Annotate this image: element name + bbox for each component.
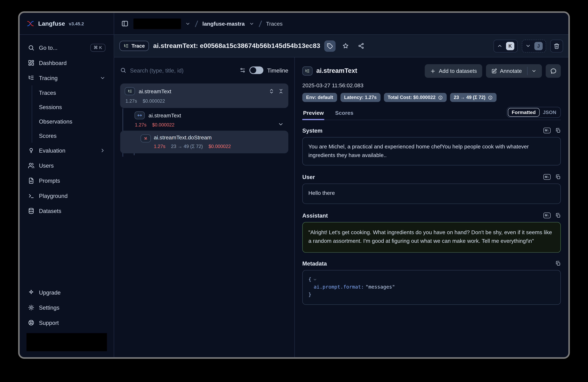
sidebar-item-label: Scores <box>39 132 57 139</box>
chevron-down-icon[interactable] <box>278 121 284 127</box>
sidebar: Langfuse v3.45.2 Go to... ⌘ K Dashboard <box>20 13 114 357</box>
breadcrumb-divider <box>258 20 262 27</box>
sidebar-item-dashboard[interactable]: Dashboard <box>24 55 109 70</box>
search-icon <box>28 44 34 51</box>
tree-node-root[interactable]: ai.streamText 1.27s <box>120 83 289 108</box>
tree-node-label: ai.streamText.doStream <box>154 134 211 141</box>
tab-preview[interactable]: Preview <box>302 110 325 120</box>
sidebar-item-datasets[interactable]: Datasets <box>24 203 109 218</box>
expand-all-icon[interactable] <box>269 88 274 94</box>
sidebar-item-prompts[interactable]: Prompts <box>24 173 109 188</box>
sidebar-item-upgrade[interactable]: Upgrade <box>24 285 109 300</box>
trace-title: ai.streamText: e00568a15c38674b56b145d54… <box>153 42 320 50</box>
breadcrumb-project[interactable]: langfuse-mastra <box>202 20 245 27</box>
star-button[interactable] <box>340 40 351 52</box>
markdown-toggle-icon[interactable]: M↓ <box>543 128 551 133</box>
markdown-toggle-icon[interactable]: M↓ <box>543 213 551 218</box>
sidebar-item-label: Sessions <box>39 104 62 110</box>
screenshot-stage: Langfuse v3.45.2 Go to... ⌘ K Dashboard <box>0 0 588 382</box>
copy-icon[interactable] <box>555 174 561 180</box>
sidebar-item-observations[interactable]: Observations <box>34 114 109 128</box>
logo-row: Langfuse v3.45.2 <box>20 13 114 35</box>
tree-search-input[interactable] <box>130 67 236 73</box>
collapse-all-icon[interactable] <box>278 88 284 94</box>
tree-search-row: Timeline <box>120 63 289 77</box>
sidebar-item-settings[interactable]: Settings <box>24 300 109 315</box>
nav-next-button[interactable]: J <box>522 40 546 52</box>
sidebar-item-evaluation[interactable]: Evaluation <box>24 143 109 158</box>
chevron-right-icon <box>100 147 105 153</box>
main-column: langfuse-mastra Traces Trace ai.streamTe… <box>114 13 568 357</box>
panel-left-toggle-icon[interactable] <box>120 19 129 28</box>
copy-icon[interactable] <box>555 261 561 266</box>
sidebar-item-label: Datasets <box>39 207 105 214</box>
annotate-button[interactable]: Annotate <box>486 64 542 78</box>
keycap-k: K <box>506 42 514 50</box>
sidebar-item-scores[interactable]: Scores <box>34 128 109 143</box>
format-json-option[interactable]: JSON <box>539 108 560 116</box>
json-close-brace: } <box>308 291 311 298</box>
annotate-dropdown-chevron-icon[interactable] <box>531 68 537 74</box>
users-icon <box>28 162 34 169</box>
add-to-datasets-button[interactable]: Add to datasets <box>425 64 482 78</box>
json-value: "messages" <box>365 283 395 291</box>
copy-icon[interactable] <box>555 213 561 218</box>
sidebar-item-sessions[interactable]: Sessions <box>34 100 109 114</box>
format-formatted-option[interactable]: Formatted <box>508 108 539 117</box>
info-icon[interactable] <box>438 95 443 100</box>
share-button[interactable] <box>355 40 367 52</box>
terminal-icon <box>28 192 34 199</box>
node-tokens: 23 → 49 (Σ 72) <box>171 144 203 149</box>
nav-previous-button[interactable]: K <box>494 40 518 52</box>
trace-node-icon <box>125 87 135 95</box>
timeline-toggle[interactable] <box>250 66 263 74</box>
info-icon[interactable] <box>488 95 493 100</box>
system-section-header: System M↓ <box>302 127 561 134</box>
sidebar-item-traces[interactable]: Traces <box>34 85 109 100</box>
breadcrumb-divider <box>195 20 198 27</box>
section-title: Assistant <box>302 212 539 219</box>
assistant-message-text: "Alright! Let's get cooking. What ingred… <box>308 229 552 244</box>
chevron-down-icon <box>100 75 105 81</box>
sidebar-item-support[interactable]: Support <box>24 315 109 330</box>
tree-node-leaf-selected[interactable]: ai.streamText.doStream 1.27s 23 → 49 (Σ … <box>120 131 289 153</box>
sidebar-item-label: Upgrade <box>39 289 105 296</box>
search-icon <box>120 67 126 73</box>
sidebar-item-label: Settings <box>39 304 105 311</box>
chevron-down-icon[interactable] <box>185 21 190 26</box>
sidebar-item-label: Prompts <box>39 177 105 184</box>
node-cost: $0.000022 <box>152 122 174 127</box>
assistant-section-header: Assistant M↓ <box>302 212 561 219</box>
trace-node-icon <box>302 66 313 76</box>
markdown-toggle-icon[interactable]: M↓ <box>543 174 551 180</box>
list-tree-icon <box>28 75 34 81</box>
sidebar-item-users[interactable]: Users <box>24 158 109 173</box>
lightbulb-icon <box>28 147 34 154</box>
tree-node-label: ai.streamText <box>148 112 181 118</box>
redacted-org-name[interactable] <box>133 18 181 29</box>
sidebar-item-tracing[interactable]: Tracing <box>24 70 109 85</box>
add-to-datasets-label: Add to datasets <box>439 68 477 74</box>
json-key: ai.prompt.format: <box>314 283 364 291</box>
comments-button[interactable] <box>546 64 561 78</box>
tag-button[interactable] <box>324 40 336 52</box>
copy-icon[interactable] <box>555 128 561 133</box>
sidebar-item-goto[interactable]: Go to... ⌘ K <box>24 40 109 55</box>
chevron-down-icon[interactable] <box>313 277 317 281</box>
sidebar-item-label: Evaluation <box>39 147 95 154</box>
sidebar-bottom-group: Upgrade Settings Support <box>24 285 109 357</box>
section-title: System <box>302 127 539 134</box>
sidebar-item-label: Support <box>39 319 105 326</box>
chevron-down-icon[interactable] <box>249 21 254 26</box>
breadcrumb-page[interactable]: Traces <box>266 20 283 27</box>
active-tab-indicator <box>302 119 324 120</box>
delete-trace-button[interactable] <box>550 40 563 52</box>
trace-title-bar: Trace ai.streamText: e00568a15c38674b56b… <box>114 35 568 57</box>
tree-node-child[interactable]: ai.streamText 1.27s $0.000022 <box>135 111 288 128</box>
app-window: Langfuse v3.45.2 Go to... ⌘ K Dashboard <box>18 11 570 359</box>
filter-sliders-icon[interactable] <box>240 67 246 73</box>
tab-scores[interactable]: Scores <box>335 110 354 120</box>
sidebar-item-playground[interactable]: Playground <box>24 188 109 203</box>
badges-row: Env: default Latency: 1.27s Total Cost: … <box>302 93 561 102</box>
tree-node-label: ai.streamText <box>139 88 171 94</box>
